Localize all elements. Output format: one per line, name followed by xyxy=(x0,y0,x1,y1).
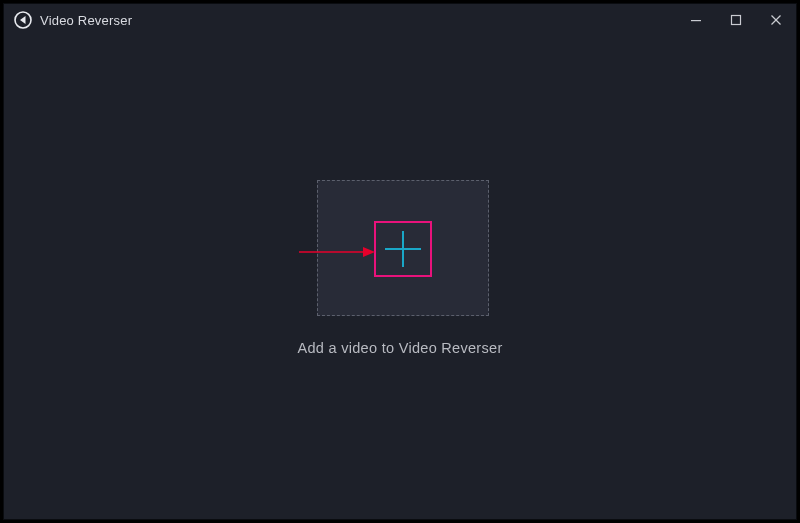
window-controls xyxy=(676,4,796,36)
app-title: Video Reverser xyxy=(40,13,132,28)
svg-rect-3 xyxy=(732,16,741,25)
plus-icon xyxy=(385,231,421,267)
close-button[interactable] xyxy=(756,4,796,36)
svg-rect-2 xyxy=(691,20,701,21)
video-dropzone[interactable] xyxy=(317,180,489,316)
svg-marker-1 xyxy=(20,16,26,24)
maximize-button[interactable] xyxy=(716,4,756,36)
app-logo-icon xyxy=(14,11,32,29)
minimize-button[interactable] xyxy=(676,4,716,36)
content-area: Add a video to Video Reverser xyxy=(4,36,796,519)
add-video-button[interactable] xyxy=(374,221,432,277)
add-video-caption: Add a video to Video Reverser xyxy=(4,340,796,356)
titlebar: Video Reverser xyxy=(4,4,796,36)
app-window: Video Reverser Add xyxy=(3,3,797,520)
